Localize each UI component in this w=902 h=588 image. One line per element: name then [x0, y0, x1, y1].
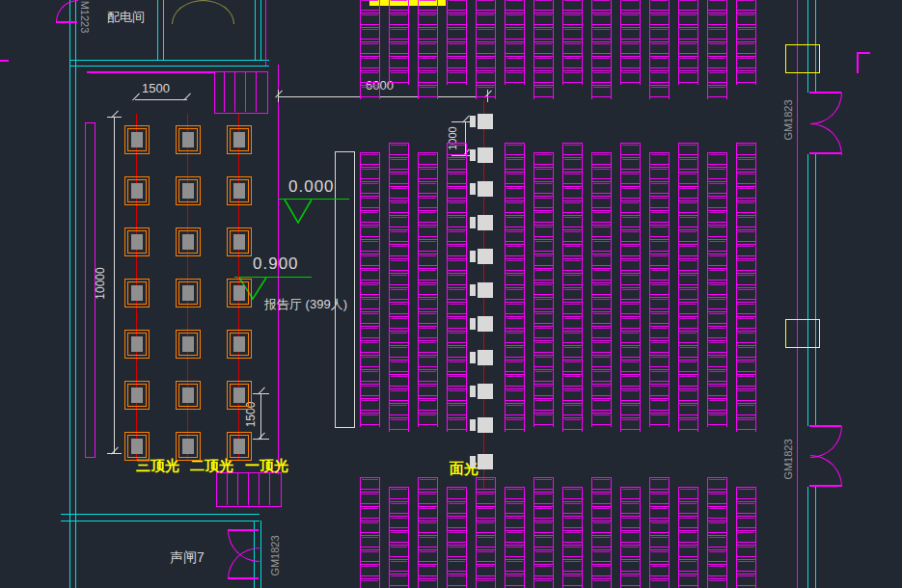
- seat: [419, 578, 437, 588]
- seat: [592, 181, 611, 194]
- seat: [592, 27, 611, 40]
- seat: [390, 244, 408, 256]
- stage-light: [124, 176, 150, 205]
- seat: [448, 287, 466, 300]
- stage-light: [124, 279, 150, 307]
- seat: [650, 326, 669, 338]
- wall: [0, 60, 9, 62]
- seat: [419, 326, 437, 338]
- aisle-fixture-bracket: [470, 419, 476, 431]
- wall: [69, 60, 269, 61]
- seat: [708, 254, 726, 266]
- seat: [708, 492, 726, 504]
- seat: [650, 239, 669, 252]
- seat: [679, 574, 697, 586]
- seat: [563, 273, 582, 285]
- seat: [448, 403, 466, 415]
- seat: [534, 196, 553, 208]
- seat: [477, 0, 495, 11]
- seat: [361, 549, 379, 562]
- seat: [506, 186, 524, 199]
- seat: [621, 345, 640, 358]
- seat: [506, 574, 524, 586]
- seat: [361, 355, 379, 367]
- seat: [563, 374, 582, 387]
- seat: [679, 287, 697, 300]
- column-mark: [857, 52, 870, 54]
- seat: [419, 564, 437, 576]
- seat: [650, 27, 669, 40]
- stage-light: [227, 176, 252, 205]
- seat: [563, 345, 582, 358]
- stairs-top: [214, 71, 268, 114]
- aisle-fixture: [478, 181, 493, 197]
- seat: [448, 388, 466, 401]
- seat: [708, 549, 726, 562]
- seat: [621, 360, 640, 372]
- seat: [708, 282, 726, 295]
- stage-light: [124, 432, 150, 461]
- seat-column: [360, 152, 380, 427]
- seat: [650, 521, 669, 533]
- seat-column: [533, 152, 554, 427]
- seat: [563, 360, 582, 372]
- seat: [534, 268, 553, 281]
- seat: [679, 157, 697, 170]
- seat: [708, 239, 726, 252]
- seat: [679, 186, 697, 199]
- seat: [737, 287, 755, 300]
- wall: [69, 66, 269, 67]
- seat: [419, 369, 437, 382]
- seat: [477, 564, 495, 576]
- seat: [534, 311, 553, 324]
- seat: [563, 27, 582, 40]
- stage-light: [176, 279, 201, 307]
- door-swing-arc: [172, 0, 204, 24]
- door-tag: GM1823: [783, 435, 794, 485]
- seat: [477, 70, 495, 83]
- seat: [506, 403, 524, 415]
- seat: [592, 549, 611, 562]
- seat: [390, 200, 408, 213]
- wall: [265, 0, 266, 66]
- seat: [419, 311, 437, 324]
- seat: [506, 331, 524, 343]
- door-swing-arc: [56, 0, 78, 22]
- seat: [419, 492, 437, 504]
- seat: [361, 311, 379, 324]
- dim-line: [135, 99, 187, 100]
- seat-column: [678, 487, 698, 588]
- seat: [737, 27, 755, 40]
- seat: [477, 85, 495, 97]
- seat: [679, 403, 697, 415]
- seat-column: [505, 143, 525, 432]
- seat: [390, 143, 408, 155]
- seat: [592, 535, 611, 548]
- seat: [679, 388, 697, 401]
- seat: [650, 85, 669, 97]
- seat: [390, 559, 408, 572]
- seat: [563, 186, 582, 199]
- seat: [737, 244, 755, 256]
- stage-light: [227, 125, 252, 154]
- stage-light: [124, 125, 150, 154]
- seat: [390, 545, 408, 557]
- seat: [708, 85, 726, 97]
- seat: [534, 85, 553, 97]
- seat: [592, 521, 611, 533]
- seat: [419, 210, 437, 223]
- seat: [506, 215, 524, 227]
- stage-light: [176, 227, 201, 256]
- seat-column: [678, 0, 698, 85]
- seat: [650, 41, 669, 54]
- seat: [621, 302, 640, 314]
- seat: [679, 516, 697, 528]
- seat: [361, 521, 379, 533]
- seat: [534, 0, 553, 11]
- stage-light: [124, 330, 150, 359]
- seat: [737, 41, 755, 54]
- seat: [534, 282, 553, 295]
- seat: [361, 41, 379, 54]
- seat: [563, 287, 582, 300]
- seat: [737, 186, 755, 199]
